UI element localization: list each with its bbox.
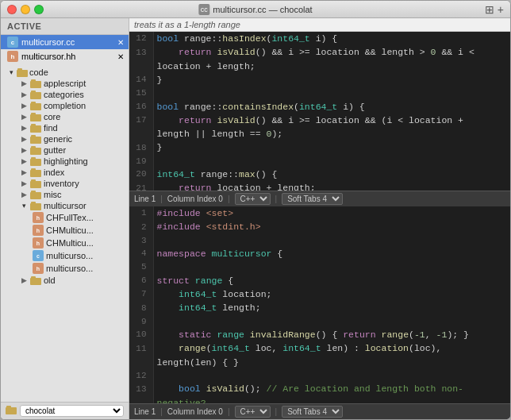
table-row: negative? bbox=[129, 396, 510, 404]
close-tab-cc[interactable]: ✕ bbox=[116, 37, 125, 47]
disclosure-applescript: ▶ bbox=[20, 79, 28, 87]
tree-item-generic[interactable]: ▶ generic bbox=[17, 133, 129, 144]
folder-icon-applescript bbox=[30, 79, 41, 88]
line-code-20: int64_t range::max() { bbox=[153, 168, 510, 181]
open-file-hh-name: multicursor.hh bbox=[21, 52, 75, 61]
tree-file-multicurso-hh[interactable]: h multicurso... bbox=[29, 262, 129, 275]
bottom-code-scroll[interactable]: 1 #include <set> 2 #include <stdint.h> 3 bbox=[129, 206, 510, 403]
tree-file-multicurso-cc[interactable]: c multicurso... bbox=[29, 249, 129, 262]
tree-item-highlighting[interactable]: ▶ highlighting bbox=[17, 156, 129, 167]
line-code-21: return location + length; bbox=[153, 181, 510, 191]
b-line-code-11: range(int64_t loc, int64_t len) : locati… bbox=[153, 341, 510, 355]
sb2-line: Line 1 bbox=[134, 407, 156, 416]
add-button[interactable]: + bbox=[498, 4, 504, 15]
label-multicurso-hh: multicurso... bbox=[46, 264, 93, 273]
top-code-section: 12 bool range::hasIndex(int64_t i) { 13 … bbox=[129, 32, 510, 191]
folder-icon-generic bbox=[30, 134, 41, 144]
line-num-17: 17 bbox=[129, 114, 153, 127]
table-row: length || length == 0); bbox=[129, 127, 510, 141]
tree-item-index[interactable]: ▶ index bbox=[17, 167, 129, 178]
open-files-list: c multicursor.cc ✕ h multicursor.hh ✕ ▾ bbox=[1, 35, 129, 402]
top-code-scroll[interactable]: 12 bool range::hasIndex(int64_t i) { 13 … bbox=[129, 32, 510, 191]
file-icon-CHMulticu1: h bbox=[33, 225, 44, 236]
table-row: 19 bbox=[129, 155, 510, 168]
table-row: 15 bbox=[129, 87, 510, 100]
file-icon-CHFullTex: h bbox=[33, 212, 44, 223]
tree-item-core[interactable]: ▶ core bbox=[17, 111, 129, 122]
disclosure-highlighting: ▶ bbox=[20, 157, 28, 165]
tree-item-gutter[interactable]: ▶ gutter bbox=[17, 144, 129, 156]
label-inventory: inventory bbox=[44, 179, 79, 188]
b-line-code-5 bbox=[153, 260, 510, 274]
sb1-lang-select[interactable]: C++ bbox=[235, 193, 271, 205]
sb1-col: Column Index 0 bbox=[167, 195, 223, 203]
line-code-18: } bbox=[153, 141, 510, 154]
line-code-wrap1: location + length; bbox=[153, 60, 510, 73]
file-icon-multicurso-cc: c bbox=[33, 250, 44, 261]
table-row: 13 return isValid() && i >= location && … bbox=[129, 45, 510, 59]
b-line-num-6: 6 bbox=[129, 274, 153, 287]
close-tab-hh[interactable]: ✕ bbox=[116, 52, 125, 61]
disclosure-categories: ▶ bbox=[20, 91, 28, 98]
file-icon-hh: h bbox=[7, 51, 18, 62]
folder-icon-misc bbox=[30, 190, 41, 199]
bottom-code-section: 1 #include <set> 2 #include <stdint.h> 3 bbox=[129, 206, 510, 403]
b-line-num-wrap bbox=[129, 356, 153, 369]
tree-item-multicursor[interactable]: ▾ multicursor bbox=[17, 200, 129, 211]
multicursor-files: h CHFullTex... h CHMulticu... h CHMultic… bbox=[17, 211, 129, 275]
close-button[interactable] bbox=[7, 5, 17, 14]
label-gutter: gutter bbox=[44, 145, 66, 155]
sb2-tabs-select[interactable]: Soft Tabs 4 bbox=[282, 406, 343, 418]
open-file-hh[interactable]: h multicursor.hh ✕ bbox=[1, 49, 129, 64]
b-line-num-3: 3 bbox=[129, 234, 153, 248]
tree-item-categories[interactable]: ▶ categories bbox=[17, 89, 129, 100]
b-line-num-5: 5 bbox=[129, 260, 153, 274]
tree-item-code[interactable]: ▾ code bbox=[1, 67, 129, 78]
line-num-wrap1 bbox=[129, 60, 153, 73]
folder-icon-inventory bbox=[30, 179, 41, 188]
tree-item-completion[interactable]: ▶ completion bbox=[17, 100, 129, 111]
tree-file-CHMulticu1[interactable]: h CHMulticu... bbox=[29, 224, 129, 237]
open-file-cc[interactable]: c multicursor.cc ✕ bbox=[1, 35, 129, 49]
tree-item-misc[interactable]: ▶ misc bbox=[17, 189, 129, 200]
disclosure-completion: ▶ bbox=[20, 102, 28, 110]
sb1-line: Line 1 bbox=[134, 195, 156, 203]
table-row: 14 } bbox=[129, 73, 510, 87]
b-line-num-4: 4 bbox=[129, 247, 153, 260]
b-line-code-9 bbox=[153, 315, 510, 329]
tree-sub-items: ▶ applescript ▶ categories bbox=[1, 78, 129, 286]
line-code-15 bbox=[153, 87, 510, 100]
label-multicurso-cc: multicurso... bbox=[46, 251, 93, 260]
bottom-code-table: 1 #include <set> 2 #include <stdint.h> 3 bbox=[129, 206, 510, 403]
project-selector[interactable]: chocolat bbox=[20, 405, 124, 417]
line-code-14: } bbox=[153, 73, 510, 87]
line-num-19: 19 bbox=[129, 155, 153, 168]
tree-file-CHMulticu2[interactable]: h CHMulticu... bbox=[29, 237, 129, 249]
folder-icon-multicursor bbox=[30, 201, 41, 210]
tree-item-old[interactable]: ▶ old bbox=[17, 275, 129, 286]
b-line-num-wrap2 bbox=[129, 396, 153, 404]
file-icon-multicurso-hh: h bbox=[33, 263, 44, 274]
top-comment-bar: treats it as a 1-length range bbox=[129, 18, 510, 32]
label-CHMulticu2: CHMulticu... bbox=[46, 238, 94, 248]
table-row: 21 return location + length; bbox=[129, 181, 510, 191]
tree-item-applescript[interactable]: ▶ applescript bbox=[17, 78, 129, 89]
minimize-button[interactable] bbox=[21, 5, 30, 14]
main-window: cc multicursor.cc — chocolat ⊞ + ACTIVE … bbox=[0, 0, 511, 420]
tree-file-CHFullTex[interactable]: h CHFullTex... bbox=[29, 211, 129, 224]
folder-icon-code bbox=[17, 67, 28, 77]
label-highlighting: highlighting bbox=[44, 156, 88, 166]
tree-item-inventory[interactable]: ▶ inventory bbox=[17, 178, 129, 189]
sb1-tabs-select[interactable]: Soft Tabs 4 bbox=[282, 193, 343, 205]
table-row: 18 } bbox=[129, 141, 510, 154]
maximize-button[interactable] bbox=[34, 5, 44, 14]
b-line-code-3 bbox=[153, 234, 510, 248]
table-row: 12 bool range::hasIndex(int64_t i) { bbox=[129, 32, 510, 45]
b-line-num-1: 1 bbox=[129, 206, 153, 220]
sb2-lang-select[interactable]: C++ bbox=[235, 406, 271, 418]
line-num-13: 13 bbox=[129, 45, 153, 59]
tree-item-find[interactable]: ▶ find bbox=[17, 122, 129, 133]
titlebar-actions: ⊞ + bbox=[485, 4, 504, 15]
table-row: 9 bbox=[129, 315, 510, 329]
layout-button[interactable]: ⊞ bbox=[485, 4, 494, 15]
